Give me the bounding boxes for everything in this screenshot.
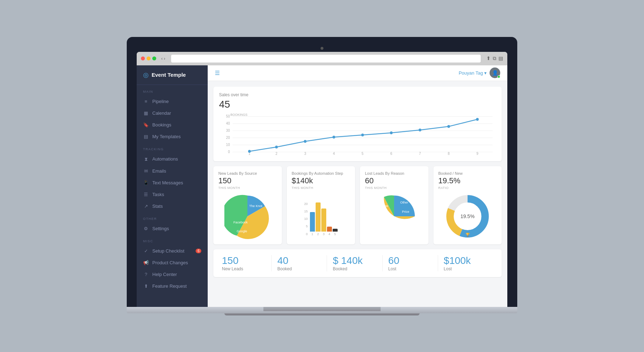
sidebar: ◎ Event Temple MAIN ≡ Pipeline ▦ Calenda…: [137, 65, 208, 307]
booked-new-value: 19.5%: [438, 176, 497, 185]
svg-text:Price: Price: [402, 210, 409, 213]
sidebar-item-feature-request[interactable]: ⬆ Feature Request: [137, 280, 208, 292]
svg-text:3: 3: [304, 151, 306, 155]
logo-icon: ◎: [143, 71, 149, 79]
sidebar-item-pipeline[interactable]: ≡ Pipeline: [137, 96, 208, 107]
bookings-icon: 🔖: [143, 122, 149, 128]
forward-arrow-icon[interactable]: ›: [164, 56, 165, 61]
nav-arrows: ‹ ›: [161, 56, 165, 61]
app-container: ◎ Event Temple MAIN ≡ Pipeline ▦ Calenda…: [137, 65, 507, 307]
product-changes-icon: 📢: [143, 260, 149, 265]
booked-new-title: Booked / New: [438, 171, 497, 175]
stats-row: New Leads By Source 150 THIS MONTH: [213, 166, 502, 244]
sidebar-item-emails[interactable]: ✉ Emails: [137, 165, 208, 177]
pipeline-icon: ≡: [143, 99, 149, 104]
sidebar-item-label: Pipeline: [152, 99, 169, 104]
svg-text:9: 9: [476, 151, 478, 155]
line-chart-container: BOOKINGS 50: [219, 113, 496, 156]
tasks-icon: ☰: [143, 192, 149, 197]
laptop-wrapper: ‹ › ⬆ ⧉ ▤ ◎ Event Temple: [127, 37, 517, 315]
dashboard-body: Sales over time 45 BOOKINGS: [208, 81, 507, 307]
svg-text:0: 0: [228, 150, 230, 153]
share-icon[interactable]: ⬆: [486, 55, 491, 61]
svg-text:Other: Other: [400, 200, 408, 204]
back-arrow-icon[interactable]: ‹: [161, 56, 163, 61]
settings-icon: ⚙: [143, 226, 149, 231]
feature-request-icon: ⬆: [143, 283, 149, 289]
text-messages-icon: 📱: [143, 180, 149, 185]
maximize-button[interactable]: [152, 56, 156, 60]
trophy-icon: 🏆: [465, 233, 470, 237]
sidebar-item-my-templates[interactable]: ▤ My Templates: [137, 131, 208, 142]
laptop-base: [127, 307, 517, 313]
sidebar-item-stats[interactable]: ↗ Stats: [137, 200, 208, 212]
booked-new-sub: RATIO: [438, 186, 497, 190]
menu-toggle-icon[interactable]: ☰: [215, 70, 220, 76]
bottom-stat-lost-count: 60 Lost: [383, 255, 438, 271]
section-label-other: OTHER: [137, 212, 208, 223]
bookings-automation-card: Bookings By Automation Step $140k THIS M…: [287, 166, 355, 244]
sidebar-item-label: Tasks: [152, 192, 164, 197]
bottom-stat-lost-revenue-value: $100k: [444, 255, 487, 266]
new-leads-pie: The Knot Facebook Google: [224, 193, 271, 239]
browser-actions: ⬆ ⧉ ▤: [486, 55, 503, 61]
user-name[interactable]: Pouyan Tag ▾: [459, 70, 487, 76]
laptop-stand: [263, 307, 381, 311]
sidebar-item-label: Emails: [152, 168, 166, 174]
new-leads-chart: The Knot Facebook Google: [218, 193, 277, 239]
traffic-lights: [141, 56, 156, 60]
sidebar-item-bookings[interactable]: 🔖 Bookings: [137, 119, 208, 131]
duplicate-icon[interactable]: ⧉: [493, 55, 496, 61]
booked-new-chart: 19.5% 🏆: [438, 193, 497, 239]
sidebar-item-label: Calendar: [152, 110, 171, 116]
svg-text:The Knot: The Knot: [249, 204, 262, 208]
section-label-misc: MISC: [137, 234, 208, 245]
sidebar-item-label: Feature Request: [152, 283, 187, 289]
section-label-main: MAIN: [137, 85, 208, 96]
bookings-automation-value: $140k: [292, 176, 350, 185]
svg-text:20: 20: [226, 135, 230, 139]
stats-icon: ↗: [143, 204, 149, 209]
donut-center-value: 19.5%: [460, 213, 475, 219]
bookings-automation-chart: 20 15 10 5 0 1: [292, 193, 350, 239]
new-leads-sub: THIS MONTH: [218, 186, 277, 190]
svg-point-28: [447, 125, 450, 128]
bottom-stat-booked-value: 40: [277, 255, 321, 266]
sales-chart-title: Sales over time: [219, 92, 496, 97]
donut-container: 19.5% 🏆: [444, 193, 491, 239]
sidebar-item-settings[interactable]: ⚙ Settings: [137, 223, 208, 234]
bottom-stat-booked: 40 Booked: [272, 255, 327, 271]
sidebar-item-text-messages[interactable]: 📱 Text Messages: [137, 177, 208, 189]
svg-point-24: [333, 136, 335, 139]
sidebar-item-product-changes[interactable]: 📢 Product Changes: [137, 257, 208, 269]
automations-icon: ⧗: [143, 156, 149, 162]
minimize-button[interactable]: [147, 56, 151, 60]
bookings-automation-sub: THIS MONTH: [292, 186, 350, 190]
section-label-tracking: TRACKING: [137, 142, 208, 153]
sidebar-item-help-center[interactable]: ? Help Center: [137, 269, 208, 280]
bottom-stats: 150 New Leads 40 Booked $ 140k Booked: [213, 249, 502, 277]
sidebar-item-label: Product Changes: [152, 260, 188, 265]
laptop-screen: ‹ › ⬆ ⧉ ▤ ◎ Event Temple: [127, 37, 517, 307]
url-bar[interactable]: [171, 55, 481, 63]
lost-leads-chart: Price Other Date: [365, 193, 424, 239]
sidebar-item-label: Stats: [152, 204, 163, 209]
templates-icon: ▤: [143, 134, 149, 139]
browser-chrome: ‹ › ⬆ ⧉ ▤ ◎ Event Temple: [137, 52, 507, 307]
sidebar-item-tasks[interactable]: ☰ Tasks: [137, 189, 208, 200]
svg-text:30: 30: [226, 128, 230, 132]
sales-over-time-card: Sales over time 45 BOOKINGS: [213, 87, 502, 161]
sidebar-item-automations[interactable]: ⧗ Automations: [137, 153, 208, 165]
bottom-stat-lost-revenue: $100k Lost: [438, 255, 493, 271]
sidebar-item-calendar[interactable]: ▦ Calendar: [137, 107, 208, 119]
checklist-icon: ✓: [143, 248, 149, 254]
sidebar-item-label: Bookings: [152, 122, 171, 128]
svg-point-25: [361, 134, 364, 136]
svg-text:8: 8: [448, 151, 449, 155]
close-button[interactable]: [141, 56, 145, 60]
sidebar-icon[interactable]: ▤: [498, 55, 503, 61]
sidebar-item-setup-checklist[interactable]: ✓ Setup Checklist 6: [137, 245, 208, 257]
sidebar-item-label: Setup Checklist: [152, 248, 184, 254]
svg-text:Facebook: Facebook: [234, 220, 248, 224]
svg-point-26: [390, 131, 393, 134]
